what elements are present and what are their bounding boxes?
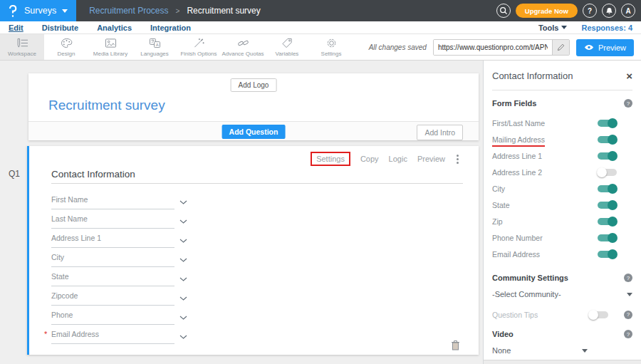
toolbar-item-media-library[interactable]: Media Library xyxy=(88,34,132,60)
address-line-1-toggle[interactable] xyxy=(598,152,617,160)
chevron-down-icon[interactable] xyxy=(179,335,187,339)
close-icon[interactable]: × xyxy=(626,71,632,81)
toolbar-item-design[interactable]: Design xyxy=(44,34,88,60)
toolbar-item-languages[interactable]: A Languages xyxy=(132,34,177,60)
magic-wand-icon xyxy=(193,38,205,48)
tab-edit[interactable]: Edit xyxy=(9,24,24,32)
field-row-zipcode: Zipcode xyxy=(51,286,174,306)
toggle-row-address-line-2: Address Line 2 xyxy=(492,164,632,180)
survey-header-card: Add Logo Recruitment survey Add Question… xyxy=(28,73,479,140)
tab-integration[interactable]: Integration xyxy=(150,24,191,32)
search-icon xyxy=(499,6,508,15)
nav-tab-bar: Edit Distribute Analytics Integration To… xyxy=(0,21,641,34)
survey-header-footer: Add Question Add Intro xyxy=(28,121,479,140)
toggle-row-address-line-1: Address Line 1 xyxy=(492,147,632,164)
breadcrumb-current: Recruitment survey xyxy=(187,6,260,16)
toolbar-item-settings[interactable]: Settings xyxy=(309,34,353,60)
zip-toggle[interactable] xyxy=(598,218,617,225)
survey-url-input[interactable] xyxy=(434,40,552,55)
chevron-down-icon xyxy=(627,293,632,296)
add-question-button[interactable]: Add Question xyxy=(222,125,286,139)
avatar[interactable]: A xyxy=(621,4,635,18)
survey-title[interactable]: Recruitment survey xyxy=(48,98,165,113)
question-logic-button[interactable]: Logic xyxy=(389,155,407,163)
toggle-row-state: State xyxy=(492,197,632,213)
add-intro-button[interactable]: Add Intro xyxy=(417,125,463,140)
add-logo-button[interactable]: Add Logo xyxy=(231,78,277,92)
delete-question-button[interactable] xyxy=(451,340,460,350)
tab-analytics[interactable]: Analytics xyxy=(97,24,132,32)
city-toggle[interactable] xyxy=(598,185,617,192)
survey-url-box xyxy=(433,39,570,56)
gear-icon xyxy=(325,38,338,48)
question-copy-button[interactable]: Copy xyxy=(360,155,379,163)
tag-icon xyxy=(281,38,293,48)
edit-url-button[interactable] xyxy=(552,40,569,55)
first-last-name-toggle[interactable] xyxy=(598,120,617,127)
palette-icon xyxy=(61,38,73,48)
field-row-address-line-1: Address Line 1 xyxy=(51,229,174,248)
question-card: Settings Copy Logic Preview Contact Info… xyxy=(27,146,479,355)
panel-bottom-scrollbar[interactable] xyxy=(484,360,641,364)
chevron-down-icon[interactable] xyxy=(179,239,187,243)
video-select[interactable]: None xyxy=(492,343,632,358)
help-icon[interactable]: ? xyxy=(624,99,632,108)
toolbar-item-workspace[interactable]: Workspace xyxy=(0,34,44,60)
surveys-menu[interactable]: Surveys xyxy=(0,0,76,21)
preview-button[interactable]: Preview xyxy=(576,39,634,56)
question-settings-button[interactable]: Settings xyxy=(311,152,350,166)
help-icon[interactable]: ? xyxy=(624,274,632,282)
upgrade-now-button[interactable]: Upgrade Now xyxy=(516,4,578,18)
chevron-down-icon xyxy=(561,26,567,29)
video-heading: Video xyxy=(492,330,514,338)
form-field-toggles: First/Last Name Mailing Address Address … xyxy=(492,115,632,262)
community-select[interactable]: -Select Community- xyxy=(492,286,632,302)
chevron-down-icon[interactable] xyxy=(179,316,187,320)
save-status: All changes saved xyxy=(369,43,427,51)
question-tips-toggle[interactable] xyxy=(589,311,608,318)
toggle-row-zip: Zip xyxy=(492,213,632,229)
phone-number-toggle[interactable] xyxy=(598,234,617,241)
chevron-down-icon[interactable] xyxy=(179,258,187,262)
search-button[interactable] xyxy=(496,4,511,18)
translate-icon: A xyxy=(149,38,161,48)
toggle-row-city: City xyxy=(492,180,632,197)
toggle-row-phone-number: Phone Number xyxy=(492,229,632,246)
question-more-menu[interactable] xyxy=(455,153,460,165)
state-toggle[interactable] xyxy=(598,202,617,209)
surveys-menu-label: Surveys xyxy=(24,6,56,16)
address-line-2-toggle[interactable] xyxy=(598,169,617,176)
chevron-down-icon xyxy=(62,9,68,13)
responses-link[interactable]: Responses: 4 xyxy=(581,24,632,32)
toggle-row-mailing-address: Mailing Address xyxy=(492,131,632,147)
question-heading[interactable]: Contact Information xyxy=(51,169,135,180)
notifications-button[interactable] xyxy=(602,4,616,18)
pencil-icon xyxy=(557,43,565,51)
toolbar-item-advance-quotas[interactable]: Advance Quotas xyxy=(221,34,265,60)
field-row-first-name: First Name xyxy=(51,190,174,209)
tab-distribute[interactable]: Distribute xyxy=(42,24,78,32)
email-address-toggle[interactable] xyxy=(598,251,617,258)
chevron-down-icon[interactable] xyxy=(179,277,187,281)
chevron-down-icon[interactable] xyxy=(179,200,187,204)
breadcrumb-folder-link[interactable]: Recruitment Process xyxy=(89,6,168,16)
image-icon xyxy=(105,38,117,48)
field-row-city: City xyxy=(51,248,174,267)
breadcrumb-separator: > xyxy=(176,7,180,15)
panel-title: Contact Information xyxy=(492,71,573,81)
toolbar-item-variables[interactable]: Variables xyxy=(265,34,309,60)
chevron-down-icon[interactable] xyxy=(179,296,187,301)
question-preview-button[interactable]: Preview xyxy=(417,155,445,163)
mailing-address-toggle[interactable] xyxy=(598,136,617,143)
chevron-down-icon xyxy=(582,349,588,353)
trash-icon xyxy=(451,340,460,350)
chevron-down-icon[interactable] xyxy=(179,219,187,224)
help-icon[interactable]: ? xyxy=(624,311,632,319)
toggle-row-email-address: Email Address xyxy=(492,246,632,262)
help-button[interactable]: ? xyxy=(583,4,597,18)
toolbar-item-finish-options[interactable]: Finish Options xyxy=(177,34,221,60)
help-icon[interactable]: ? xyxy=(624,330,632,338)
eye-icon xyxy=(584,44,594,51)
field-row-email-address: * Email Address xyxy=(51,325,174,344)
tools-menu[interactable]: Tools xyxy=(538,24,568,32)
